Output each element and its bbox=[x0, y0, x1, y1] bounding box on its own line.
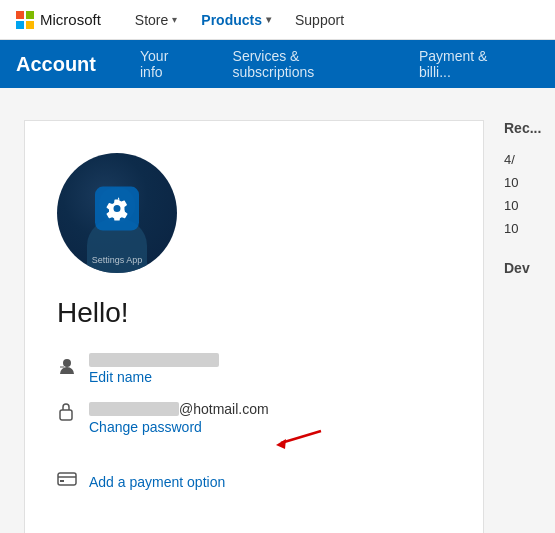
products-chevron-icon: ▾ bbox=[266, 14, 271, 25]
name-content: Edit name bbox=[89, 353, 219, 385]
right-item-1: 4/ bbox=[504, 148, 541, 171]
lock-icon bbox=[57, 401, 77, 426]
badge-label: Settings App bbox=[92, 255, 143, 265]
email-domain: @hotmail.com bbox=[179, 401, 269, 417]
right-item-4: 10 bbox=[504, 217, 541, 240]
nav-store-label: Store bbox=[135, 12, 168, 28]
account-brand: Account bbox=[16, 53, 112, 76]
person-icon bbox=[57, 357, 77, 382]
arrow-svg bbox=[271, 421, 326, 451]
nav-products-label: Products bbox=[201, 12, 262, 28]
nav-support[interactable]: Support bbox=[285, 0, 354, 40]
greeting-text: Hello! bbox=[57, 297, 451, 329]
right-panel: Rec... 4/ 10 10 10 Dev bbox=[484, 120, 541, 533]
account-nav-payment-label: Payment & billi... bbox=[419, 48, 519, 80]
nav-support-label: Support bbox=[295, 12, 344, 28]
name-masked-field bbox=[89, 353, 219, 367]
ms-logo-grid bbox=[16, 11, 34, 29]
payment-row: Add a payment option bbox=[57, 471, 451, 492]
gear-icon bbox=[105, 197, 129, 221]
avatar: Settings App bbox=[57, 153, 177, 273]
nav-products[interactable]: Products ▾ bbox=[191, 0, 281, 40]
svg-line-2 bbox=[281, 431, 321, 443]
profile-card: Settings App Hello! Edit name @hotmail.c… bbox=[24, 120, 484, 533]
nav-store[interactable]: Store ▾ bbox=[125, 0, 187, 40]
card-icon bbox=[57, 471, 77, 492]
arrow-annotation bbox=[271, 421, 326, 455]
ms-logo-text: Microsoft bbox=[40, 11, 101, 28]
top-navigation: Microsoft Store ▾ Products ▾ Support bbox=[0, 0, 555, 40]
email-display: @hotmail.com bbox=[89, 401, 269, 417]
svg-rect-1 bbox=[60, 410, 72, 420]
account-nav-services[interactable]: Services & subscriptions bbox=[213, 40, 399, 88]
recent-section-title: Rec... bbox=[504, 120, 541, 136]
name-row: Edit name bbox=[57, 353, 451, 385]
add-payment-link[interactable]: Add a payment option bbox=[89, 474, 225, 490]
edit-name-link[interactable]: Edit name bbox=[89, 369, 219, 385]
email-masked-field bbox=[89, 402, 179, 416]
change-password-link[interactable]: Change password bbox=[89, 419, 269, 435]
account-nav-yourinfo-label: Your info bbox=[140, 48, 193, 80]
nav-items: Store ▾ Products ▾ Support bbox=[125, 0, 354, 40]
account-nav-payment[interactable]: Payment & billi... bbox=[399, 40, 539, 88]
dev-section-title: Dev bbox=[504, 260, 541, 276]
account-navigation: Account Your info Services & subscriptio… bbox=[0, 40, 555, 88]
svg-marker-3 bbox=[276, 439, 286, 449]
svg-rect-6 bbox=[60, 480, 64, 482]
email-content: @hotmail.com Change password bbox=[89, 401, 269, 435]
main-content: Settings App Hello! Edit name @hotmail.c… bbox=[0, 88, 555, 533]
microsoft-logo[interactable]: Microsoft bbox=[16, 11, 101, 29]
right-item-2: 10 bbox=[504, 171, 541, 194]
email-row: @hotmail.com Change password bbox=[57, 401, 451, 455]
account-nav-yourinfo[interactable]: Your info bbox=[120, 40, 213, 88]
account-nav-services-label: Services & subscriptions bbox=[233, 48, 379, 80]
settings-app-badge bbox=[95, 187, 139, 231]
svg-rect-4 bbox=[58, 473, 76, 485]
right-item-3: 10 bbox=[504, 194, 541, 217]
store-chevron-icon: ▾ bbox=[172, 14, 177, 25]
